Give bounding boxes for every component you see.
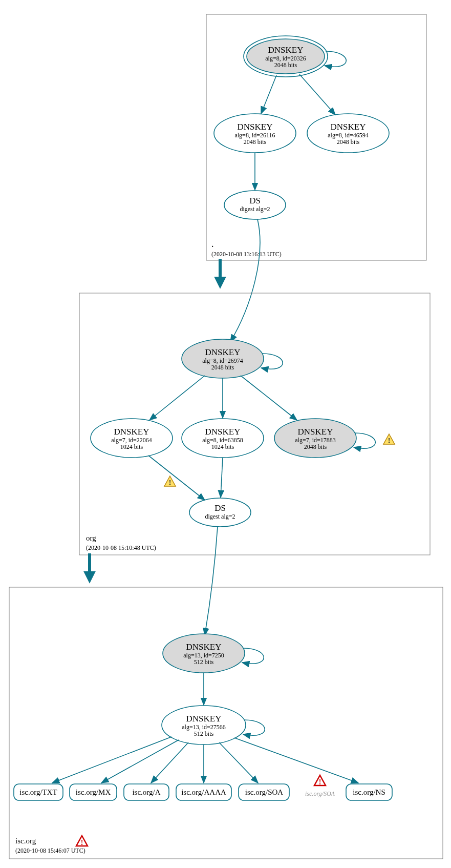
edge-zsk-ns — [234, 738, 358, 783]
svg-text:2048 bits: 2048 bits — [337, 138, 360, 146]
svg-text:DS: DS — [249, 196, 261, 205]
edge-root-ksk-zsk2 — [299, 74, 335, 115]
svg-text:DNSKEY: DNSKEY — [114, 427, 149, 437]
zone-org-ts: (2020-10-08 15:10:48 UTC) — [86, 544, 156, 551]
svg-text:1024 bits: 1024 bits — [120, 443, 143, 450]
dnssec-graph-svg: ! ! . (2020-10-08 13:16:13 UTC) DNSKEY a… — [0, 0, 451, 868]
edge-org-z1-ds — [148, 456, 205, 500]
self-loop-org-z3 — [354, 433, 375, 448]
svg-text:isc.org/MX: isc.org/MX — [76, 788, 111, 796]
edge-root-ksk-zsk1 — [261, 75, 276, 114]
svg-text:512 bits: 512 bits — [194, 658, 214, 666]
node-isc-zsk: DNSKEY alg=13, id=27566 512 bits — [162, 706, 265, 745]
rr-ns: isc.org/NS — [346, 784, 392, 800]
svg-text:alg=8, id=26974: alg=8, id=26974 — [202, 357, 243, 364]
node-org-z2: DNSKEY alg=8, id=63858 1024 bits — [182, 419, 264, 458]
svg-text:DNSKEY: DNSKEY — [205, 427, 241, 437]
svg-text:alg=8, id=26116: alg=8, id=26116 — [234, 132, 275, 139]
svg-text:alg=13, id=7250: alg=13, id=7250 — [183, 652, 224, 659]
svg-text:2048 bits: 2048 bits — [274, 61, 297, 69]
edge-org-ksk-z3 — [241, 376, 297, 420]
edge-zsk-soa — [219, 742, 258, 783]
self-loop-isc-zsk — [243, 720, 265, 735]
rr-mx: isc.org/MX — [70, 784, 117, 800]
zone-isc-ts: (2020-10-08 15:46:07 UTC) — [15, 847, 85, 854]
svg-text:DNSKEY: DNSKEY — [298, 427, 333, 437]
rr-txt: isc.org/TXT — [14, 784, 63, 800]
node-org-z1: DNSKEY alg=7, id=22064 1024 bits — [91, 419, 173, 458]
svg-text:DNSKEY: DNSKEY — [268, 45, 304, 55]
svg-text:DS: DS — [214, 503, 226, 513]
svg-text:2048 bits: 2048 bits — [304, 443, 327, 450]
edge-zsk-mx — [101, 740, 179, 783]
self-loop-root-ksk — [325, 51, 346, 67]
svg-text:isc.org/A: isc.org/A — [132, 788, 160, 796]
edge-root-ds-org-ksk — [230, 219, 260, 342]
svg-text:512 bits: 512 bits — [194, 730, 214, 737]
rr-a: isc.org/A — [124, 784, 169, 800]
zone-org-name: org — [86, 534, 96, 542]
node-org-ds: DS digest alg=2 — [189, 498, 251, 527]
svg-text:isc.org/AAAA: isc.org/AAAA — [181, 788, 226, 796]
node-root-ds: DS digest alg=2 — [224, 191, 286, 219]
svg-text:DNSKEY: DNSKEY — [205, 347, 241, 357]
warning-icon — [164, 476, 176, 487]
edge-zsk-txt — [52, 737, 171, 783]
edge-zsk-a — [151, 742, 188, 783]
self-loop-isc-ksk — [242, 648, 264, 664]
svg-text:DNSKEY: DNSKEY — [238, 122, 273, 132]
node-root-zsk2: DNSKEY alg=8, id=46594 2048 bits — [307, 114, 389, 153]
warning-icon — [383, 434, 395, 445]
zone-root-ts: (2020-10-08 13:16:13 UTC) — [211, 251, 282, 258]
node-root-zsk1: DNSKEY alg=8, id=26116 2048 bits — [214, 114, 296, 153]
svg-text:alg=8, id=20326: alg=8, id=20326 — [265, 55, 306, 62]
svg-text:2048 bits: 2048 bits — [244, 138, 267, 146]
node-isc-ksk: DNSKEY alg=13, id=7250 512 bits — [163, 634, 264, 673]
svg-text:isc.org/TXT: isc.org/TXT — [19, 788, 57, 796]
svg-text:digest alg=2: digest alg=2 — [240, 205, 270, 213]
svg-text:alg=13, id=27566: alg=13, id=27566 — [182, 724, 226, 731]
svg-text:1024 bits: 1024 bits — [211, 443, 234, 450]
edge-org-z2-ds — [221, 458, 223, 498]
svg-text:alg=8, id=63858: alg=8, id=63858 — [202, 437, 243, 444]
edge-org-ds-isc-ksk — [205, 527, 218, 635]
node-root-ksk: DNSKEY alg=8, id=20326 2048 bits — [244, 36, 346, 77]
svg-text:alg=7, id=17883: alg=7, id=17883 — [295, 437, 336, 444]
self-loop-org-ksk — [261, 354, 283, 369]
zone-root-name: . — [211, 239, 214, 249]
error-icon — [76, 836, 88, 846]
edge-org-ksk-z1 — [149, 376, 205, 420]
rr-aaaa: isc.org/AAAA — [176, 784, 231, 800]
svg-text:isc.org/NS: isc.org/NS — [353, 788, 385, 796]
rr-soa-faded: isc.org/SOA — [305, 775, 335, 797]
zone-isc-name: isc.org — [15, 837, 36, 845]
svg-text:DNSKEY: DNSKEY — [186, 714, 222, 724]
node-org-z3: DNSKEY alg=7, id=17883 2048 bits — [274, 419, 395, 458]
svg-text:isc.org/SOA: isc.org/SOA — [305, 790, 335, 797]
svg-text:DNSKEY: DNSKEY — [186, 642, 222, 652]
svg-text:alg=8, id=46594: alg=8, id=46594 — [328, 132, 369, 139]
svg-text:2048 bits: 2048 bits — [211, 364, 234, 371]
svg-text:DNSKEY: DNSKEY — [331, 122, 366, 132]
error-icon — [314, 775, 326, 786]
rr-soa: isc.org/SOA — [239, 784, 289, 800]
node-org-ksk: DNSKEY alg=8, id=26974 2048 bits — [182, 339, 283, 378]
svg-text:alg=7, id=22064: alg=7, id=22064 — [111, 437, 152, 444]
svg-text:isc.org/SOA: isc.org/SOA — [245, 788, 283, 796]
svg-text:digest alg=2: digest alg=2 — [205, 513, 235, 520]
